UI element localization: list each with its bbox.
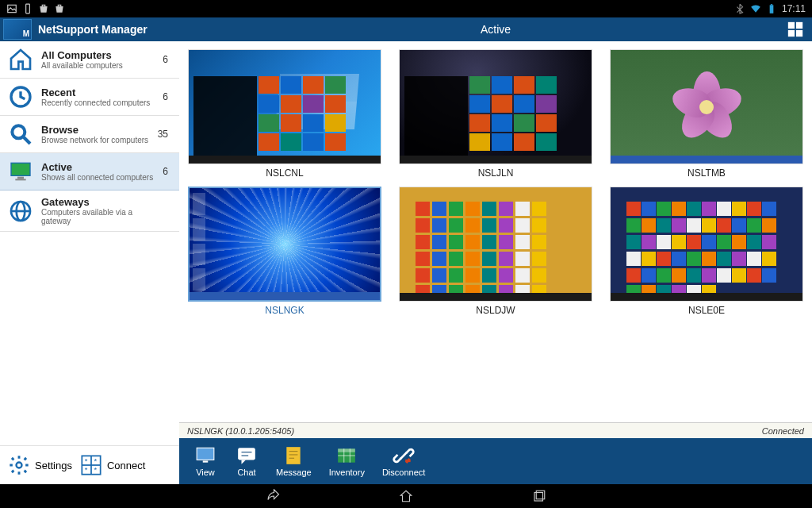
disconnect-button[interactable]: Disconnect xyxy=(382,445,425,477)
sidebar-item-label: Recent xyxy=(41,87,155,98)
chat-icon xyxy=(235,445,259,466)
android-status-bar: 17:11 xyxy=(0,0,812,17)
computer-thumbnail[interactable]: NSLCNL xyxy=(187,49,382,179)
device-icon xyxy=(22,3,33,14)
screen-preview xyxy=(399,49,592,164)
android-nav-bar xyxy=(0,484,812,508)
wifi-icon xyxy=(750,3,761,14)
connect-icon: **** xyxy=(80,454,102,476)
sidebar-item-recent[interactable]: Recent Recently connected computers 6 xyxy=(0,79,179,116)
chat-button[interactable]: Chat xyxy=(235,445,259,477)
computer-name: NSLDJW xyxy=(476,305,515,316)
status-selected-name: NSLNGK (10.0.1.205:5405) xyxy=(187,426,294,436)
svg-rect-2 xyxy=(770,5,774,13)
svg-rect-26 xyxy=(203,461,209,463)
connect-button[interactable]: **** Connect xyxy=(80,454,145,476)
sidebar-item-desc: Computers available via a gateway xyxy=(41,208,160,225)
inventory-button[interactable]: Inventory xyxy=(329,445,365,477)
svg-line-39 xyxy=(400,452,408,460)
computer-thumbnail[interactable]: NSLE0E xyxy=(609,187,804,316)
gear-icon xyxy=(8,454,30,476)
recents-button[interactable] xyxy=(528,488,550,504)
svg-point-5 xyxy=(12,125,25,138)
home-icon xyxy=(8,47,33,72)
table-icon xyxy=(335,445,358,466)
svg-rect-30 xyxy=(287,447,301,464)
sidebar-item-active[interactable]: Active Shows all connected computers 6 xyxy=(0,153,179,190)
sidebar-item-count: 35 xyxy=(158,129,168,140)
status-state: Connected xyxy=(762,426,804,436)
computer-name: NSLTMB xyxy=(688,167,726,179)
bluetooth-icon xyxy=(734,3,745,14)
svg-rect-43 xyxy=(536,491,545,499)
svg-rect-27 xyxy=(238,448,255,460)
svg-point-13 xyxy=(17,463,22,468)
sidebar-item-gateways[interactable]: Gateways Computers available via a gatew… xyxy=(0,190,179,232)
sidebar-item-count: 6 xyxy=(163,91,168,102)
svg-rect-1 xyxy=(26,4,30,13)
picture-icon xyxy=(6,3,17,14)
sidebar-item-count: 6 xyxy=(163,54,168,65)
store-icon xyxy=(38,3,49,14)
screen-preview xyxy=(610,49,803,164)
screen-preview xyxy=(188,187,381,302)
svg-rect-24 xyxy=(796,30,802,37)
content-area: Active NSLCNLNSLJLNNSLTMBNSLNGKNSLDJWNSL… xyxy=(179,17,812,484)
sidebar: M NetSupport Manager All Computers All a… xyxy=(0,17,179,484)
page-title: Active xyxy=(481,23,511,36)
note-icon xyxy=(282,445,305,466)
svg-rect-35 xyxy=(338,448,355,452)
back-button[interactable] xyxy=(262,488,284,504)
screen-preview xyxy=(399,187,592,302)
thumbnail-grid: NSLCNLNSLJLNNSLTMBNSLNGKNSLDJWNSLE0E xyxy=(179,41,812,422)
svg-rect-9 xyxy=(15,179,25,180)
svg-text:*: * xyxy=(85,457,88,465)
svg-text:*: * xyxy=(94,466,97,474)
sidebar-item-desc: Browse network for computers xyxy=(41,136,150,144)
connect-label: Connect xyxy=(107,460,145,471)
content-header: Active xyxy=(179,17,812,41)
settings-label: Settings xyxy=(35,460,72,471)
computer-name: NSLJLN xyxy=(478,167,514,179)
unlink-icon xyxy=(392,445,416,466)
computer-thumbnail[interactable]: NSLDJW xyxy=(398,187,593,316)
svg-line-6 xyxy=(24,137,30,144)
app-header: M NetSupport Manager xyxy=(0,17,179,41)
svg-rect-22 xyxy=(796,22,802,29)
grid-view-icon[interactable] xyxy=(787,21,804,38)
svg-rect-23 xyxy=(788,30,795,37)
action-toolbar: View Chat Message Inventory Disconnect xyxy=(179,438,812,484)
computer-thumbnail[interactable]: NSLTMB xyxy=(609,49,804,179)
computer-thumbnail[interactable]: NSLNGK xyxy=(187,187,382,316)
screen-preview xyxy=(610,187,803,302)
sidebar-item-all-computers[interactable]: All Computers All available computers 6 xyxy=(0,41,179,79)
view-button[interactable]: View xyxy=(193,445,217,477)
sidebar-item-count: 6 xyxy=(163,166,168,177)
svg-text:*: * xyxy=(85,466,88,474)
monitor-icon xyxy=(193,445,217,466)
sidebar-item-desc: All available computers xyxy=(41,61,155,70)
sidebar-item-label: Active xyxy=(41,161,155,173)
sidebar-item-label: Gateways xyxy=(41,196,160,208)
sidebar-item-browse[interactable]: Browse Browse network for computers 35 xyxy=(0,116,179,153)
store-icon-2 xyxy=(54,3,65,14)
svg-rect-3 xyxy=(771,4,772,5)
svg-rect-21 xyxy=(788,22,795,29)
app-logo-icon: M xyxy=(3,19,32,40)
globe-icon xyxy=(8,198,33,224)
sidebar-item-label: All Computers xyxy=(41,49,155,61)
sidebar-item-label: Browse xyxy=(41,124,150,136)
message-button[interactable]: Message xyxy=(276,445,312,477)
computer-name: NSLNGK xyxy=(265,305,304,316)
screen-preview xyxy=(188,49,381,164)
computer-name: NSLCNL xyxy=(266,167,303,179)
computer-thumbnail[interactable]: NSLJLN xyxy=(398,49,593,179)
search-icon xyxy=(8,121,33,147)
clock-icon xyxy=(8,84,33,110)
home-button[interactable] xyxy=(395,488,417,504)
settings-button[interactable]: Settings xyxy=(8,454,72,476)
battery-icon xyxy=(766,3,777,14)
sidebar-item-desc: Recently connected computers xyxy=(41,98,155,107)
clock: 17:11 xyxy=(782,3,806,14)
svg-text:*: * xyxy=(94,457,97,465)
